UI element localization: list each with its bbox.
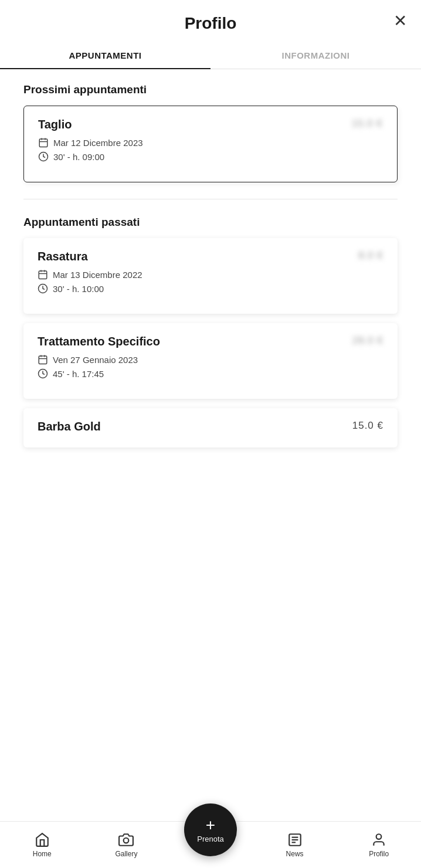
tab-appuntamenti[interactable]: APPUNTAMENTI: [0, 42, 210, 69]
card-header: Rasatura 8.0 €: [38, 250, 383, 263]
svg-point-15: [124, 838, 129, 843]
nav-item-profilo[interactable]: Profilo: [337, 828, 421, 863]
upcoming-section: Prossimi appuntamenti Taglio 15.0 € Mar …: [23, 83, 398, 182]
appointment-date-info: Ven 27 Gennaio 2023: [38, 354, 383, 365]
news-icon: [287, 832, 303, 847]
home-icon: [35, 832, 50, 847]
appointment-time: 30' - h. 10:00: [53, 284, 104, 294]
nav-item-home[interactable]: Home: [0, 828, 84, 863]
tab-informazioni[interactable]: INFORMAZIONI: [210, 42, 421, 69]
appointment-price: 15.0 €: [352, 420, 383, 432]
fab-label: Prenota: [197, 835, 224, 843]
svg-rect-0: [39, 139, 47, 147]
past-appointment-card-1[interactable]: Trattamento Specifico 28.0 € Ven 27 Genn…: [23, 323, 398, 399]
clock-icon: [38, 283, 48, 294]
card-header: Barba Gold 15.0 €: [38, 420, 383, 433]
nav-label-home: Home: [33, 850, 52, 858]
nav-label-profilo: Profilo: [369, 850, 389, 858]
appointment-time-info: 45' - h. 17:45: [38, 368, 383, 379]
svg-rect-5: [39, 271, 47, 279]
tabs-container: APPUNTAMENTI INFORMAZIONI: [0, 42, 421, 69]
page-title: Profilo: [185, 14, 237, 33]
appointment-time: 45' - h. 17:45: [53, 369, 104, 379]
card-header: Taglio 15.0 €: [38, 118, 383, 131]
nav-item-gallery[interactable]: Gallery: [84, 828, 169, 863]
close-button[interactable]: ✕: [393, 13, 407, 29]
clock-icon: [38, 368, 48, 379]
appointment-price: 8.0 €: [358, 250, 383, 262]
appointment-name: Taglio: [38, 118, 72, 131]
appointment-date: Mar 13 Dicembre 2022: [53, 270, 142, 280]
appointment-time: 30' - h. 09:00: [53, 152, 104, 162]
nav-label-gallery: Gallery: [115, 850, 137, 858]
appointment-price: 28.0 €: [352, 335, 383, 347]
svg-rect-10: [39, 356, 47, 364]
calendar-icon: [38, 137, 49, 148]
past-appointment-card-0[interactable]: Rasatura 8.0 € Mar 13 Dicembre 2022 30' …: [23, 238, 398, 314]
svg-point-20: [376, 834, 382, 839]
appointment-name: Barba Gold: [38, 420, 101, 433]
appointment-date-info: Mar 13 Dicembre 2022: [38, 269, 383, 280]
past-section-title: Appuntamenti passati: [23, 216, 398, 229]
clock-icon: [38, 151, 49, 162]
upcoming-appointment-card-0[interactable]: Taglio 15.0 € Mar 12 Dicembre 2023 30' -…: [23, 106, 398, 182]
appointment-date: Ven 27 Gennaio 2023: [53, 355, 138, 365]
appointment-date-info: Mar 12 Dicembre 2023: [38, 137, 383, 148]
past-section: Appuntamenti passati Rasatura 8.0 € Mar …: [23, 216, 398, 447]
appointment-time-info: 30' - h. 10:00: [38, 283, 383, 294]
appointment-date: Mar 12 Dicembre 2023: [53, 138, 143, 148]
section-divider: [23, 199, 398, 199]
prenota-fab[interactable]: + Prenota: [184, 803, 237, 856]
calendar-icon: [38, 354, 48, 365]
camera-icon: [118, 832, 134, 847]
appointment-price: 15.0 €: [352, 118, 383, 130]
nav-item-news[interactable]: News: [253, 828, 337, 863]
nav-label-news: News: [286, 850, 304, 858]
main-content: Prossimi appuntamenti Taglio 15.0 € Mar …: [0, 69, 421, 527]
appointment-name: Trattamento Specifico: [38, 335, 160, 348]
appointment-name: Rasatura: [38, 250, 88, 263]
person-icon: [371, 832, 386, 847]
fab-plus-icon: +: [206, 817, 215, 833]
upcoming-section-title: Prossimi appuntamenti: [23, 83, 398, 96]
header: Profilo ✕: [0, 0, 421, 42]
past-appointment-card-2[interactable]: Barba Gold 15.0 €: [23, 408, 398, 447]
card-header: Trattamento Specifico 28.0 €: [38, 335, 383, 348]
calendar-icon: [38, 269, 48, 280]
appointment-time-info: 30' - h. 09:00: [38, 151, 383, 162]
